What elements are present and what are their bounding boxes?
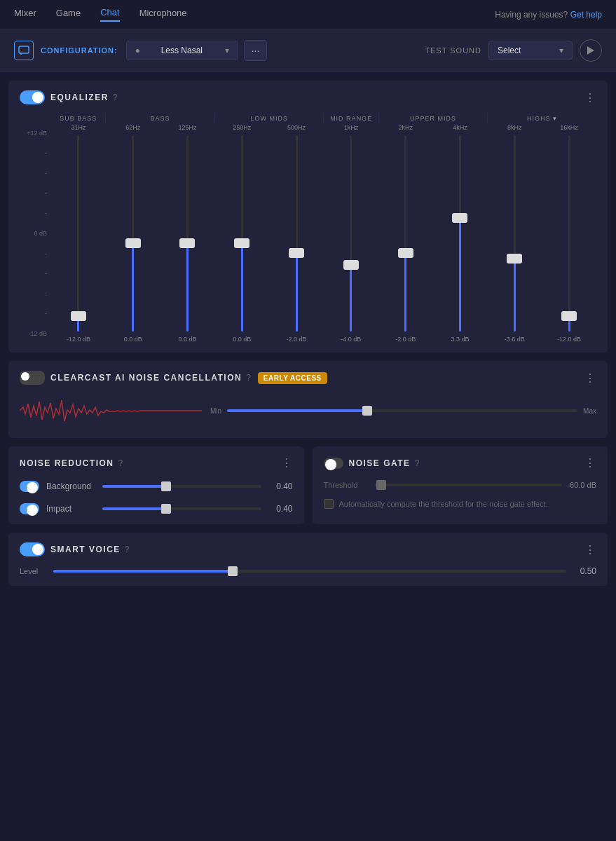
eq-handle-4[interactable] [289,248,304,258]
band-group-subbass: SUB BASS [51,113,106,124]
equalizer-menu-icon[interactable]: ⋮ [584,91,596,104]
config-preset-dropdown[interactable]: ● Less Nasal ▾ [126,41,238,60]
nav-chat[interactable]: Chat [100,7,119,22]
bottom-row: NOISE REDUCTION ? ⋮ Background 0.40 Impa… [8,446,608,524]
equalizer-toggle[interactable] [20,90,45,104]
impact-slider-thumb[interactable] [161,504,171,514]
clearcast-toggle[interactable] [20,371,45,385]
eq-value-label-4: -2.0 dB [287,336,307,343]
eq-value-label-7: 3.3 dB [451,336,469,343]
eq-track-0[interactable] [77,135,79,331]
db-label-plus12: +12 dB [20,130,51,137]
top-navigation: Mixer Game Chat Microphone Having any is… [0,0,616,29]
test-sound-value: Select [498,46,521,55]
smart-voice-menu-icon[interactable]: ⋮ [584,543,596,556]
waveform-display [20,393,202,428]
eq-slider-col-7: 4kHz3.3 dB [433,124,488,343]
play-button[interactable] [580,39,602,62]
eq-handle-1[interactable] [125,238,141,248]
smart-voice-header: SMART VOICE ? ⋮ [20,542,596,556]
noise-gate-toggle[interactable] [324,458,343,469]
eq-fill-5 [350,265,352,331]
noise-gate-header: NOISE GATE ? ⋮ [324,456,597,470]
eq-track-8[interactable] [514,135,516,331]
impact-slider-track[interactable] [102,507,261,510]
nav-microphone[interactable]: Microphone [139,8,187,21]
noise-reduction-menu-icon[interactable]: ⋮ [281,456,293,470]
equalizer-section: EQUALIZER ? ⋮ SUB BASS BASS LOW MIDS MID… [8,81,608,353]
equalizer-title: EQUALIZER [50,93,109,102]
noise-slider-track[interactable] [227,409,577,412]
eq-freq-label-4: 500Hz [287,124,306,131]
eq-handle-8[interactable] [507,254,522,264]
clearcast-section: CLEARCAST AI NOISE CANCELLATION ? EARLY … [8,361,608,438]
auto-threshold-checkbox[interactable] [324,499,334,509]
eq-track-area-6 [378,135,433,331]
eq-track-area-2 [160,135,215,331]
eq-track-7[interactable] [459,135,461,331]
config-bar: CONFIGURATION: ● Less Nasal ▾ ··· TEST S… [0,29,616,72]
threshold-label: Threshold [324,481,369,489]
config-more-button[interactable]: ··· [244,40,268,61]
eq-track-1[interactable] [132,135,134,331]
threshold-slider-track[interactable] [375,484,562,486]
level-slider-track[interactable] [53,570,566,573]
eq-handle-7[interactable] [452,213,467,223]
eq-value-label-6: -2.0 dB [395,336,416,343]
impact-toggle[interactable] [20,503,39,514]
background-toggle[interactable] [20,481,39,492]
nav-game[interactable]: Game [56,8,81,21]
eq-slider-col-3: 250Hz0.0 dB [214,124,269,343]
eq-fill-3 [241,243,243,331]
eq-handle-9[interactable] [561,311,577,321]
db-label-3: - [20,190,51,197]
eq-track-area-9 [542,135,596,331]
clearcast-menu-icon[interactable]: ⋮ [584,371,596,385]
help-section: Having any issues? Get help [495,10,602,20]
eq-handle-6[interactable] [398,248,413,258]
eq-track-area-4 [269,135,324,331]
clearcast-help-icon[interactable]: ? [246,373,251,383]
nav-mixer[interactable]: Mixer [14,8,36,21]
eq-slider-col-9: 16kHz-12.0 dB [542,124,596,343]
eq-handle-3[interactable] [234,238,249,248]
background-slider-track[interactable] [102,485,261,488]
eq-handle-2[interactable] [179,238,195,248]
eq-freq-label-9: 16kHz [560,124,578,131]
level-slider-thumb[interactable] [228,566,238,576]
eq-track-area-5 [324,135,378,331]
smart-voice-toggle[interactable] [20,542,45,556]
eq-slider-col-0: 31Hz-12.0 dB [51,124,106,343]
eq-handle-0[interactable] [71,311,86,321]
eq-track-4[interactable] [296,135,298,331]
band-group-highs: HIGHS ▾ [488,113,596,124]
eq-fill-6 [404,253,406,331]
band-group-uppermids: UPPER MIDS [379,113,488,124]
background-slider-thumb[interactable] [161,481,171,491]
noise-slider-thumb[interactable] [362,406,372,416]
help-link[interactable]: Get help [570,10,602,20]
eq-track-area-1 [106,135,160,331]
eq-track-2[interactable] [186,135,189,331]
eq-sliders: 31Hz-12.0 dB62Hz0.0 dB125Hz0.0 dB250Hz0.… [51,124,596,343]
test-sound-dropdown[interactable]: Select ▾ [488,41,573,60]
noise-reduction-help-icon[interactable]: ? [118,458,123,468]
db-label-1: - [20,150,51,157]
smart-voice-help-icon[interactable]: ? [125,545,130,554]
threshold-slider-thumb[interactable] [376,480,386,490]
db-label-5: - [20,250,51,257]
eq-value-label-5: -4.0 dB [341,336,361,343]
eq-track-9[interactable] [568,135,570,331]
eq-track-area-8 [487,135,542,331]
noise-gate-help-icon[interactable]: ? [415,458,420,468]
noise-max-label: Max [583,407,596,415]
eq-track-6[interactable] [404,135,406,331]
eq-track-3[interactable] [241,135,243,331]
eq-handle-5[interactable] [343,260,359,270]
eq-track-5[interactable] [350,135,352,331]
equalizer-help-icon[interactable]: ? [113,93,118,102]
level-slider-fill [53,570,233,573]
eq-fill-8 [514,259,516,331]
noise-gate-menu-icon[interactable]: ⋮ [584,456,596,470]
eq-value-label-1: 0.0 dB [124,336,142,343]
